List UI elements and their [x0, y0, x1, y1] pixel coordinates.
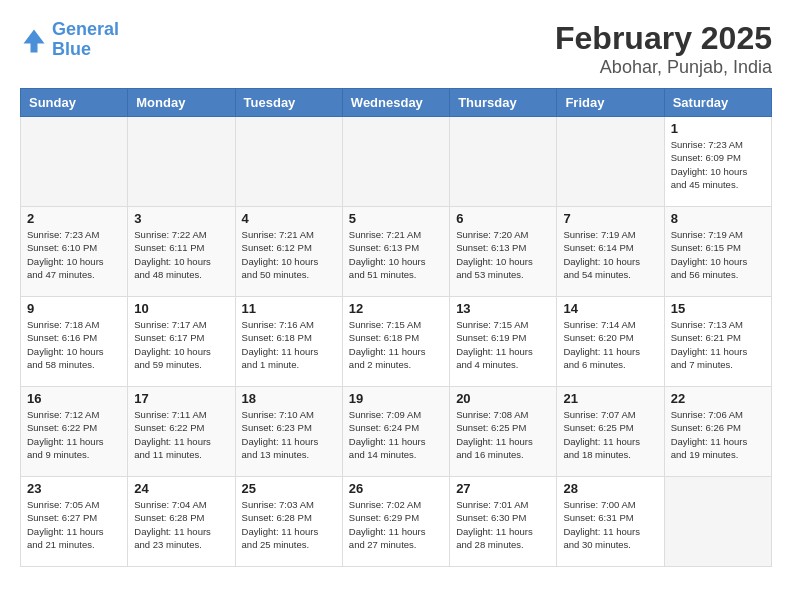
day-of-week-header: Monday — [128, 89, 235, 117]
day-info: Sunrise: 7:05 AM Sunset: 6:27 PM Dayligh… — [27, 498, 121, 551]
day-info: Sunrise: 7:14 AM Sunset: 6:20 PM Dayligh… — [563, 318, 657, 371]
day-info: Sunrise: 7:00 AM Sunset: 6:31 PM Dayligh… — [563, 498, 657, 551]
logo-icon — [20, 26, 48, 54]
day-number: 24 — [134, 481, 228, 496]
svg-marker-0 — [24, 29, 45, 52]
day-of-week-header: Tuesday — [235, 89, 342, 117]
logo-text: General Blue — [52, 20, 119, 60]
day-number: 12 — [349, 301, 443, 316]
day-number: 28 — [563, 481, 657, 496]
day-info: Sunrise: 7:07 AM Sunset: 6:25 PM Dayligh… — [563, 408, 657, 461]
day-number: 22 — [671, 391, 765, 406]
calendar-week-row: 1Sunrise: 7:23 AM Sunset: 6:09 PM Daylig… — [21, 117, 772, 207]
day-info: Sunrise: 7:10 AM Sunset: 6:23 PM Dayligh… — [242, 408, 336, 461]
day-info: Sunrise: 7:03 AM Sunset: 6:28 PM Dayligh… — [242, 498, 336, 551]
page-header: General Blue February 2025 Abohar, Punja… — [20, 20, 772, 78]
calendar-cell: 9Sunrise: 7:18 AM Sunset: 6:16 PM Daylig… — [21, 297, 128, 387]
day-number: 3 — [134, 211, 228, 226]
calendar-cell: 8Sunrise: 7:19 AM Sunset: 6:15 PM Daylig… — [664, 207, 771, 297]
calendar-cell: 17Sunrise: 7:11 AM Sunset: 6:22 PM Dayli… — [128, 387, 235, 477]
day-number: 8 — [671, 211, 765, 226]
day-number: 16 — [27, 391, 121, 406]
calendar-cell: 16Sunrise: 7:12 AM Sunset: 6:22 PM Dayli… — [21, 387, 128, 477]
day-number: 6 — [456, 211, 550, 226]
day-info: Sunrise: 7:15 AM Sunset: 6:19 PM Dayligh… — [456, 318, 550, 371]
day-info: Sunrise: 7:02 AM Sunset: 6:29 PM Dayligh… — [349, 498, 443, 551]
day-number: 5 — [349, 211, 443, 226]
day-of-week-header: Friday — [557, 89, 664, 117]
calendar-cell: 14Sunrise: 7:14 AM Sunset: 6:20 PM Dayli… — [557, 297, 664, 387]
day-info: Sunrise: 7:21 AM Sunset: 6:13 PM Dayligh… — [349, 228, 443, 281]
day-number: 18 — [242, 391, 336, 406]
day-info: Sunrise: 7:23 AM Sunset: 6:10 PM Dayligh… — [27, 228, 121, 281]
day-info: Sunrise: 7:19 AM Sunset: 6:15 PM Dayligh… — [671, 228, 765, 281]
calendar-cell — [128, 117, 235, 207]
calendar-cell: 12Sunrise: 7:15 AM Sunset: 6:18 PM Dayli… — [342, 297, 449, 387]
day-info: Sunrise: 7:12 AM Sunset: 6:22 PM Dayligh… — [27, 408, 121, 461]
day-info: Sunrise: 7:09 AM Sunset: 6:24 PM Dayligh… — [349, 408, 443, 461]
day-info: Sunrise: 7:16 AM Sunset: 6:18 PM Dayligh… — [242, 318, 336, 371]
day-info: Sunrise: 7:19 AM Sunset: 6:14 PM Dayligh… — [563, 228, 657, 281]
day-number: 25 — [242, 481, 336, 496]
day-info: Sunrise: 7:06 AM Sunset: 6:26 PM Dayligh… — [671, 408, 765, 461]
day-number: 19 — [349, 391, 443, 406]
day-info: Sunrise: 7:04 AM Sunset: 6:28 PM Dayligh… — [134, 498, 228, 551]
day-number: 26 — [349, 481, 443, 496]
calendar-cell: 3Sunrise: 7:22 AM Sunset: 6:11 PM Daylig… — [128, 207, 235, 297]
day-info: Sunrise: 7:22 AM Sunset: 6:11 PM Dayligh… — [134, 228, 228, 281]
calendar-cell: 4Sunrise: 7:21 AM Sunset: 6:12 PM Daylig… — [235, 207, 342, 297]
day-of-week-header: Saturday — [664, 89, 771, 117]
calendar-cell — [235, 117, 342, 207]
calendar-week-row: 2Sunrise: 7:23 AM Sunset: 6:10 PM Daylig… — [21, 207, 772, 297]
day-number: 1 — [671, 121, 765, 136]
calendar-cell — [557, 117, 664, 207]
calendar-cell: 25Sunrise: 7:03 AM Sunset: 6:28 PM Dayli… — [235, 477, 342, 567]
calendar-week-row: 9Sunrise: 7:18 AM Sunset: 6:16 PM Daylig… — [21, 297, 772, 387]
day-number: 7 — [563, 211, 657, 226]
day-number: 13 — [456, 301, 550, 316]
calendar-cell: 1Sunrise: 7:23 AM Sunset: 6:09 PM Daylig… — [664, 117, 771, 207]
calendar-cell — [21, 117, 128, 207]
calendar-cell: 7Sunrise: 7:19 AM Sunset: 6:14 PM Daylig… — [557, 207, 664, 297]
calendar-week-row: 23Sunrise: 7:05 AM Sunset: 6:27 PM Dayli… — [21, 477, 772, 567]
calendar-cell: 10Sunrise: 7:17 AM Sunset: 6:17 PM Dayli… — [128, 297, 235, 387]
calendar-table: SundayMondayTuesdayWednesdayThursdayFrid… — [20, 88, 772, 567]
day-number: 15 — [671, 301, 765, 316]
day-number: 21 — [563, 391, 657, 406]
day-info: Sunrise: 7:20 AM Sunset: 6:13 PM Dayligh… — [456, 228, 550, 281]
calendar-cell — [342, 117, 449, 207]
calendar-cell — [664, 477, 771, 567]
calendar-cell: 20Sunrise: 7:08 AM Sunset: 6:25 PM Dayli… — [450, 387, 557, 477]
day-info: Sunrise: 7:18 AM Sunset: 6:16 PM Dayligh… — [27, 318, 121, 371]
day-number: 23 — [27, 481, 121, 496]
day-info: Sunrise: 7:11 AM Sunset: 6:22 PM Dayligh… — [134, 408, 228, 461]
day-of-week-header: Wednesday — [342, 89, 449, 117]
calendar-cell: 18Sunrise: 7:10 AM Sunset: 6:23 PM Dayli… — [235, 387, 342, 477]
calendar-cell: 26Sunrise: 7:02 AM Sunset: 6:29 PM Dayli… — [342, 477, 449, 567]
day-number: 20 — [456, 391, 550, 406]
day-of-week-header: Sunday — [21, 89, 128, 117]
calendar-header-row: SundayMondayTuesdayWednesdayThursdayFrid… — [21, 89, 772, 117]
day-number: 14 — [563, 301, 657, 316]
day-info: Sunrise: 7:13 AM Sunset: 6:21 PM Dayligh… — [671, 318, 765, 371]
calendar-cell: 6Sunrise: 7:20 AM Sunset: 6:13 PM Daylig… — [450, 207, 557, 297]
day-number: 17 — [134, 391, 228, 406]
calendar-cell: 28Sunrise: 7:00 AM Sunset: 6:31 PM Dayli… — [557, 477, 664, 567]
day-info: Sunrise: 7:01 AM Sunset: 6:30 PM Dayligh… — [456, 498, 550, 551]
calendar-title-block: February 2025 Abohar, Punjab, India — [555, 20, 772, 78]
calendar-cell: 23Sunrise: 7:05 AM Sunset: 6:27 PM Dayli… — [21, 477, 128, 567]
day-info: Sunrise: 7:17 AM Sunset: 6:17 PM Dayligh… — [134, 318, 228, 371]
day-number: 4 — [242, 211, 336, 226]
day-number: 10 — [134, 301, 228, 316]
calendar-cell: 24Sunrise: 7:04 AM Sunset: 6:28 PM Dayli… — [128, 477, 235, 567]
calendar-cell: 21Sunrise: 7:07 AM Sunset: 6:25 PM Dayli… — [557, 387, 664, 477]
day-of-week-header: Thursday — [450, 89, 557, 117]
calendar-cell: 22Sunrise: 7:06 AM Sunset: 6:26 PM Dayli… — [664, 387, 771, 477]
calendar-cell: 13Sunrise: 7:15 AM Sunset: 6:19 PM Dayli… — [450, 297, 557, 387]
day-number: 11 — [242, 301, 336, 316]
calendar-cell: 2Sunrise: 7:23 AM Sunset: 6:10 PM Daylig… — [21, 207, 128, 297]
calendar-cell: 11Sunrise: 7:16 AM Sunset: 6:18 PM Dayli… — [235, 297, 342, 387]
calendar-week-row: 16Sunrise: 7:12 AM Sunset: 6:22 PM Dayli… — [21, 387, 772, 477]
calendar-subtitle: Abohar, Punjab, India — [555, 57, 772, 78]
calendar-cell: 27Sunrise: 7:01 AM Sunset: 6:30 PM Dayli… — [450, 477, 557, 567]
